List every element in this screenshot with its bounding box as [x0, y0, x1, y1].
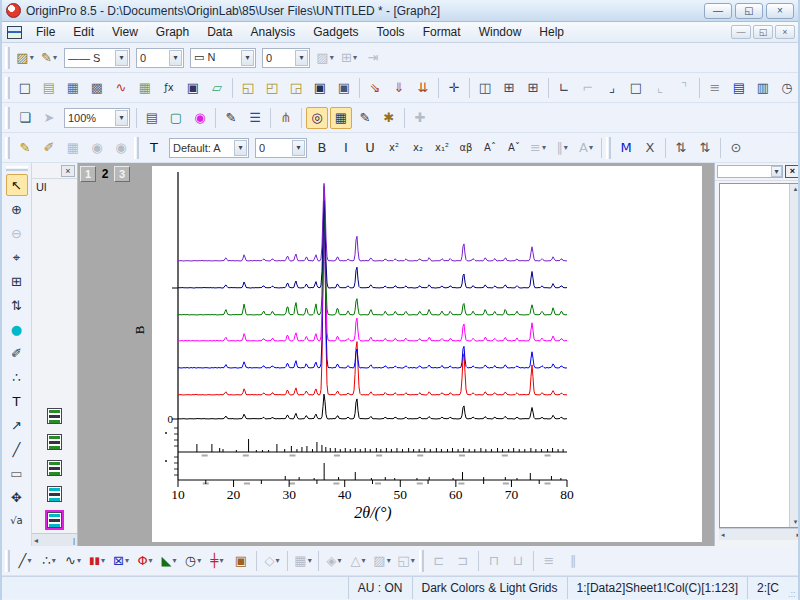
- rectangle-tool-button[interactable]: ▭: [6, 462, 28, 484]
- font-color-button[interactable]: A▾: [575, 137, 597, 159]
- axis-top-button[interactable]: ⌐: [577, 77, 599, 99]
- menu-window[interactable]: Window: [470, 24, 531, 40]
- draw-data-button[interactable]: ✐: [6, 342, 28, 364]
- open-button[interactable]: ◱: [237, 77, 259, 99]
- fill-color-button[interactable]: ▨▾: [14, 47, 36, 69]
- workbook-5-icon[interactable]: [47, 512, 62, 528]
- save-template-button[interactable]: ▣: [333, 77, 355, 99]
- dock-panel-close-icon[interactable]: ×: [785, 165, 800, 178]
- apply-style-button[interactable]: ✐: [38, 137, 60, 159]
- import-ascii-button[interactable]: ⇓: [388, 77, 410, 99]
- child-minimize-button[interactable]: —: [731, 25, 751, 39]
- line-width-combo-arrow[interactable]: ▾: [169, 50, 182, 66]
- dock-panel-hscrollbar[interactable]: ◂ ▸: [719, 528, 800, 540]
- child-restore-button[interactable]: ◱: [753, 25, 773, 39]
- new-notes-button[interactable]: ▱: [206, 77, 228, 99]
- grid-lines-button[interactable]: ⊞▾: [338, 47, 360, 69]
- edit-graph-button[interactable]: ✎: [220, 107, 242, 129]
- script-window-button[interactable]: ✎: [354, 107, 376, 129]
- menu-gadgets[interactable]: Gadgets: [304, 24, 367, 40]
- plot-area-dropdown[interactable]: ▾: [172, 556, 176, 565]
- close-button[interactable]: ×: [766, 3, 794, 19]
- greek-button[interactable]: αβ: [455, 137, 477, 159]
- menu-format[interactable]: Format: [414, 24, 470, 40]
- menu-file[interactable]: File: [27, 24, 64, 40]
- unmask-point-button[interactable]: X: [639, 137, 661, 159]
- plot-3d-bars-button[interactable]: ▦▾: [292, 550, 314, 572]
- dot-tool-button[interactable]: ∴: [6, 366, 28, 388]
- dock-panel-vscrollbar[interactable]: ▴ ▾: [789, 184, 800, 527]
- code-builder-button[interactable]: ▦: [330, 107, 352, 129]
- dual-view-button[interactable]: ☰: [244, 107, 266, 129]
- font-size-combo[interactable]: 0▾: [255, 138, 307, 158]
- import-wizard-button[interactable]: ⇘: [364, 77, 386, 99]
- plot-box-button[interactable]: Φ▾: [134, 550, 156, 572]
- plot-3d-wireframe-dropdown[interactable]: ▾: [361, 556, 365, 565]
- refresh-button[interactable]: ➤: [38, 107, 60, 129]
- menu-graph[interactable]: Graph: [147, 24, 198, 40]
- align-left-button[interactable]: ⊏: [428, 550, 450, 572]
- date-time-button[interactable]: ◷: [776, 77, 798, 99]
- paste-format-button[interactable]: ◉: [86, 137, 108, 159]
- font-size-combo-arrow[interactable]: ▾: [292, 140, 305, 156]
- clear-format-button[interactable]: ◉: [110, 137, 132, 159]
- print-button[interactable]: ▤: [141, 107, 163, 129]
- scroll-up-icon[interactable]: ▴: [794, 185, 798, 193]
- plot-polar-dropdown[interactable]: ▾: [197, 556, 201, 565]
- video-capture-button[interactable]: ◉: [189, 107, 211, 129]
- import-multiple-ascii-button[interactable]: ⇊: [412, 77, 434, 99]
- child-close-button[interactable]: ×: [775, 25, 795, 39]
- bold-button[interactable]: B: [311, 137, 333, 159]
- line-tool-button[interactable]: ╱: [6, 438, 28, 460]
- dock-panel-list[interactable]: [720, 184, 789, 527]
- zoom-combo[interactable]: 100%▾: [64, 108, 130, 128]
- menu-edit[interactable]: Edit: [64, 24, 103, 40]
- superscript-button[interactable]: x²: [383, 137, 405, 159]
- dock-panel-combo[interactable]: ▾: [717, 165, 783, 178]
- scroll-down-icon[interactable]: ▾: [794, 518, 798, 526]
- fill-pattern-button[interactable]: ▨▾: [314, 47, 336, 69]
- font-tool-button[interactable]: T: [143, 137, 165, 159]
- plot-multi-curve-dropdown[interactable]: ▾: [125, 556, 129, 565]
- plot-image-dropdown[interactable]: ▾: [387, 556, 391, 565]
- line-color-dropdown[interactable]: ▾: [53, 53, 57, 62]
- border-style-combo[interactable]: ▭ N▾: [190, 48, 256, 68]
- axis-right-button[interactable]: ⌟: [601, 77, 623, 99]
- restore-button[interactable]: ◱: [735, 3, 763, 19]
- border-style-combo-arrow[interactable]: ▾: [241, 50, 254, 66]
- annotation-button[interactable]: ⊞: [6, 270, 28, 292]
- scroll-right-icon[interactable]: ▸: [796, 531, 800, 539]
- new-project-button[interactable]: □: [14, 77, 36, 99]
- border-width-combo[interactable]: 0▾: [262, 48, 310, 68]
- style-pencil-button[interactable]: ✎: [14, 137, 36, 159]
- new-legend-button[interactable]: ▤: [728, 77, 750, 99]
- layer-1-button[interactable]: 1: [80, 166, 96, 182]
- graph-6panel-button[interactable]: ⊞: [522, 77, 544, 99]
- new-matrix-button[interactable]: ▩: [86, 77, 108, 99]
- mask-point-button[interactable]: M: [615, 137, 637, 159]
- copy-format-button[interactable]: ▦: [62, 137, 84, 159]
- new-workbook-button[interactable]: ▦: [62, 77, 84, 99]
- duplicate-window-button[interactable]: ❏: [14, 107, 36, 129]
- axis-ticks-special-button[interactable]: ⌝: [673, 77, 695, 99]
- fill-color-dropdown[interactable]: ▾: [30, 53, 34, 62]
- plot-3d-scatter-button[interactable]: ◇▾: [261, 550, 283, 572]
- plot-3d-wireframe-button[interactable]: △▾: [347, 550, 369, 572]
- pointer-button[interactable]: ↖: [6, 174, 28, 196]
- workbook-2-icon[interactable]: [47, 434, 62, 450]
- align-top-button[interactable]: ⊓: [483, 550, 505, 572]
- plot-resize-button[interactable]: ◱▾: [395, 550, 417, 572]
- menu-tools[interactable]: Tools: [368, 24, 414, 40]
- plot-stock-dropdown[interactable]: ▾: [219, 556, 223, 565]
- line-style-combo[interactable]: —— S▾: [64, 48, 130, 68]
- layer-2-button[interactable]: 2: [97, 166, 113, 182]
- resize-grip[interactable]: .::: [788, 577, 798, 599]
- plot-scatter-dropdown[interactable]: ▾: [52, 556, 56, 565]
- project-explorer-close-icon[interactable]: ×: [61, 165, 75, 177]
- new-function-button[interactable]: ƒx: [158, 77, 180, 99]
- merge-cells-button[interactable]: ⇥: [362, 47, 384, 69]
- data-selector-button[interactable]: ⇅: [6, 294, 28, 316]
- merge-graph-button[interactable]: ◫: [474, 77, 496, 99]
- axis-box-button[interactable]: □: [625, 77, 647, 99]
- color-scale-button[interactable]: ▥: [752, 77, 774, 99]
